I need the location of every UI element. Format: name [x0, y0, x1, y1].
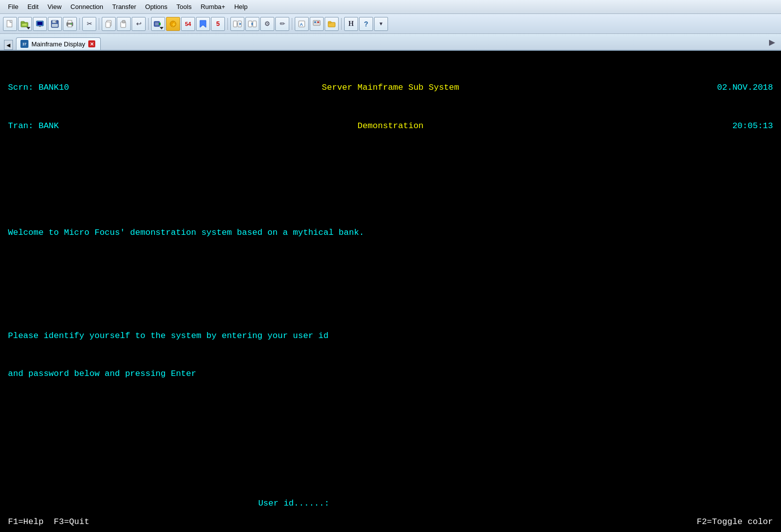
menu-transfer[interactable]: Transfer — [108, 2, 140, 11]
sep3 — [148, 18, 149, 30]
system-subtitle: Demonstration — [358, 120, 424, 133]
please-line2: and password below and pressing Enter — [8, 367, 773, 380]
svg-rect-19 — [122, 20, 125, 23]
toolbar: ✂ ↩ ⚡ 54 5 ⚙ ✏ A — [0, 14, 781, 34]
status-bar: F1=Help F3=Quit F2=Toggle color — [0, 512, 781, 532]
svg-rect-13 — [68, 20, 72, 23]
bold-h-button[interactable]: H — [344, 17, 358, 31]
userid-label: User id......: — [258, 499, 330, 508]
svg-rect-32 — [253, 21, 256, 27]
sep1 — [79, 18, 80, 30]
folder2-button[interactable] — [325, 17, 339, 31]
svg-rect-7 — [39, 26, 41, 27]
svg-rect-38 — [314, 21, 316, 23]
menu-file[interactable]: File — [4, 2, 22, 11]
svg-text:A: A — [300, 22, 303, 27]
svg-rect-6 — [37, 22, 42, 25]
print-button[interactable] — [63, 17, 77, 31]
tab-scroll-right[interactable]: ▶ — [769, 37, 775, 47]
session-button[interactable] — [33, 17, 47, 31]
app-window: File Edit View Connection Transfer Optio… — [0, 0, 781, 532]
sep6 — [341, 18, 342, 30]
connect-button[interactable]: ⚡ — [166, 17, 180, 31]
tab-session-icon: 37 — [20, 40, 28, 48]
menu-edit[interactable]: Edit — [23, 2, 42, 11]
terminal-header-line2: Tran: BANK Demonstration 20:05:13 — [8, 120, 773, 133]
menu-rumba[interactable]: Rumba+ — [196, 2, 229, 11]
pencil-button[interactable]: ✏ — [275, 17, 289, 31]
paste2-button[interactable] — [245, 17, 259, 31]
svg-rect-11 — [52, 24, 58, 27]
status-right: F2=Toggle color — [697, 516, 773, 529]
svg-rect-17 — [106, 22, 110, 27]
system-title: Server Mainframe Sub System — [322, 81, 459, 94]
num5-button[interactable]: 5 — [211, 17, 225, 31]
record-button[interactable] — [151, 17, 165, 31]
blank-line-1 — [8, 175, 773, 188]
svg-rect-10 — [55, 21, 56, 22]
undo-button[interactable]: ↩ — [132, 17, 146, 31]
blank-line-3 — [8, 418, 773, 446]
svg-text:⚡: ⚡ — [171, 21, 177, 27]
terminal-header-line1: Scrn: BANK10 Server Mainframe Sub System… — [8, 81, 773, 94]
terminal-screen[interactable]: Scrn: BANK10 Server Mainframe Sub System… — [0, 51, 781, 532]
sep4 — [227, 18, 228, 30]
svg-marker-26 — [200, 20, 206, 27]
svg-marker-4 — [26, 27, 30, 29]
svg-marker-23 — [160, 27, 164, 29]
svg-rect-40 — [314, 23, 319, 24]
svg-rect-39 — [317, 21, 319, 23]
svg-point-15 — [71, 23, 72, 24]
svg-rect-27 — [233, 21, 237, 27]
bookmark-button[interactable] — [196, 17, 210, 31]
tab-close-button[interactable]: ✕ — [88, 40, 95, 47]
svg-rect-2 — [21, 21, 24, 23]
num54-button[interactable]: 54 — [181, 17, 195, 31]
menu-tools[interactable]: Tools — [173, 2, 195, 11]
sep5 — [292, 18, 292, 30]
time-display: 20:05:13 — [732, 120, 773, 133]
menu-view[interactable]: View — [43, 2, 65, 11]
tab-scroll-left[interactable]: ◀ — [4, 40, 13, 50]
toolbar-more-button[interactable]: ▼ — [374, 17, 388, 31]
menu-connection[interactable]: Connection — [66, 2, 107, 11]
open-button[interactable] — [18, 17, 32, 31]
status-left: F1=Help F3=Quit — [8, 516, 89, 529]
terminal-container: Scrn: BANK10 Server Mainframe Sub System… — [0, 51, 781, 532]
tran-label: Tran: BANK — [8, 120, 59, 133]
svg-rect-14 — [68, 24, 72, 27]
please-line1: Please identify yourself to the system b… — [8, 330, 773, 343]
settings-button[interactable]: ⚙ — [260, 17, 274, 31]
date-display: 02.NOV.2018 — [717, 81, 773, 94]
menu-options[interactable]: Options — [141, 2, 172, 11]
cut-button[interactable]: ✂ — [82, 17, 96, 31]
copy2-button[interactable] — [230, 17, 244, 31]
menubar: File Edit View Connection Transfer Optio… — [0, 0, 781, 14]
blank-line-2 — [8, 277, 773, 291]
welcome-line: Welcome to Micro Focus' demonstration sy… — [8, 226, 773, 239]
tabbar: ◀ 37 Mainframe Display ✕ ▶ — [0, 34, 781, 51]
new-button[interactable] — [3, 17, 17, 31]
export-button[interactable] — [310, 17, 324, 31]
copy-button[interactable] — [102, 17, 116, 31]
menu-help[interactable]: Help — [230, 2, 252, 11]
copy3-button[interactable]: A — [295, 17, 309, 31]
mainframe-tab[interactable]: 37 Mainframe Display ✕ — [16, 37, 101, 50]
svg-rect-21 — [155, 22, 159, 25]
svg-rect-0 — [7, 20, 12, 27]
scrn-label: Scrn: BANK10 — [8, 81, 69, 94]
svg-rect-42 — [328, 21, 331, 23]
save-button[interactable] — [48, 17, 62, 31]
tab-label: Mainframe Display — [31, 40, 85, 48]
help-button[interactable]: ? — [359, 17, 373, 31]
paste-button[interactable] — [117, 17, 131, 31]
sep2 — [99, 18, 99, 30]
